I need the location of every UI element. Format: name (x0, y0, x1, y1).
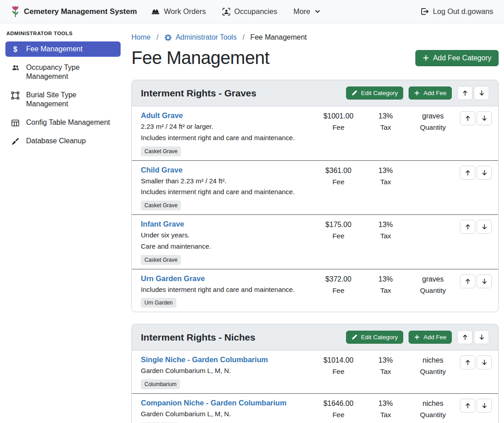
add-fee-button[interactable]: Add Fee (409, 86, 452, 100)
fee-quantity: niches (408, 356, 458, 364)
fee-tax-column: 13% Tax (363, 220, 408, 240)
fee-tax-label: Tax (363, 123, 408, 132)
plus-icon (414, 334, 420, 340)
fee-amount-column: $175.00 Fee (314, 220, 363, 240)
logout-link[interactable]: Log Out d.gowans (420, 7, 493, 16)
edit-category-button[interactable]: Edit Category (346, 331, 403, 344)
fee-quantity-column: niches Quantity (408, 355, 458, 376)
fee-description: Under six years. (141, 231, 310, 240)
arrow-down-icon (481, 359, 488, 366)
move-fee-up-button[interactable] (460, 166, 475, 180)
fee-amount: $1001.00 (314, 112, 363, 120)
sidebar-item-config-table-management[interactable]: Config Table Management (5, 115, 121, 130)
move-fee-up-button[interactable] (460, 355, 475, 369)
svg-text:$: $ (14, 45, 18, 53)
fee-description-2: Includes interment right and care and ma… (141, 134, 310, 142)
move-fee-down-button[interactable] (477, 111, 492, 125)
fee-amount-label: Fee (314, 287, 363, 295)
fee-row: Infant Grave Under six years. Care and m… (132, 214, 498, 269)
top-navbar: Cemetery Management System Work Orders (0, 0, 504, 23)
add-fee-category-button[interactable]: Add Fee Category (415, 50, 499, 66)
fee-description: Garden Columbarium L, M, N. (141, 410, 310, 418)
fee-description-2: Care and maintenance. (141, 242, 310, 251)
page-layout: ADMINISTRATOR TOOLS $ Fee Management O (0, 23, 504, 423)
sidebar-item-burial-site-type-management[interactable]: Burial Site Type Management (5, 87, 121, 112)
nav-occupancies[interactable]: Occupancies (222, 7, 277, 16)
fee-quantity-label: Quantity (408, 411, 458, 419)
category-reorder-controls (457, 330, 489, 344)
fee-name-link[interactable]: Urn Garden Grave (141, 274, 205, 283)
fee-info: Single Niche - Garden Columbarium Garden… (141, 355, 314, 389)
breadcrumb-admin-tools-link[interactable]: Administrator Tools (164, 33, 237, 41)
fee-name-link[interactable]: Infant Grave (141, 220, 184, 228)
fee-name-link[interactable]: Single Niche - Garden Columbarium (141, 355, 268, 364)
breadcrumb-admin-tools-label: Administrator Tools (176, 33, 237, 41)
category-actions: Edit Category Add Fee (346, 330, 489, 344)
fee-amount: $1014.00 (314, 356, 363, 364)
move-category-down-button[interactable] (474, 86, 489, 100)
arrow-down-icon (481, 223, 488, 230)
fee-description: Garden Columbarium L, M, N. (141, 367, 310, 375)
sidebar-item-database-cleanup[interactable]: Database Cleanup (5, 133, 121, 149)
arrow-down-icon (478, 334, 485, 341)
fee-amount-label: Fee (314, 123, 363, 132)
move-category-down-button[interactable] (474, 330, 489, 344)
move-fee-down-button[interactable] (477, 399, 492, 413)
move-fee-down-button[interactable] (477, 355, 492, 369)
move-fee-down-button[interactable] (477, 220, 492, 234)
move-fee-up-button[interactable] (460, 220, 475, 234)
fee-quantity-column: graves Quantity (408, 111, 458, 132)
breadcrumb-current: Fee Management (250, 33, 306, 41)
hard-hat-icon (151, 7, 160, 16)
sidebar-item-label: Config Table Management (26, 118, 110, 127)
fee-tax: 13% (363, 400, 408, 408)
arrow-down-icon (481, 402, 488, 409)
fee-type-badge: Casket Grave (141, 146, 181, 156)
breadcrumb-home-link[interactable]: Home (131, 33, 151, 41)
move-category-up-button[interactable] (457, 86, 472, 100)
edit-category-label: Edit Category (361, 334, 398, 341)
fee-amount-column: $1001.00 Fee (314, 111, 363, 132)
nav-work-orders[interactable]: Work Orders (151, 7, 206, 16)
vector-square-icon (11, 91, 20, 100)
fee-name-link[interactable]: Companion Niche - Garden Columbarium (141, 399, 287, 407)
move-fee-up-button[interactable] (460, 274, 475, 288)
person-bounding-box-icon (222, 8, 230, 16)
move-category-up-button[interactable] (457, 330, 472, 344)
fee-reorder-controls (458, 355, 492, 369)
fee-tax-label: Tax (363, 411, 408, 419)
nav-more[interactable]: More (293, 7, 320, 16)
move-fee-down-button[interactable] (477, 274, 492, 288)
arrow-down-icon (481, 278, 488, 285)
sidebar-item-label: Database Cleanup (26, 136, 86, 146)
sidebar-item-fee-management[interactable]: $ Fee Management (5, 41, 121, 57)
fee-amount: $361.00 (314, 167, 363, 175)
fee-list: Adult Grave 2.23 m² / 24 ft² or larger. … (132, 106, 498, 312)
fee-tax-label: Tax (363, 368, 408, 376)
category-header: Interment Rights - Niches Edit Category … (132, 324, 498, 350)
fee-description: Includes interment right and care and ma… (141, 286, 310, 294)
sidebar-nav: $ Fee Management Occupancy Type Manageme… (5, 41, 121, 149)
arrow-down-icon (481, 169, 488, 176)
move-fee-down-button[interactable] (477, 166, 492, 180)
sidebar: ADMINISTRATOR TOOLS $ Fee Management O (0, 23, 126, 423)
fee-tax-column: 13% Tax (363, 399, 408, 419)
fee-name-link[interactable]: Child Grave (141, 166, 183, 174)
fee-tax: 13% (363, 112, 408, 120)
add-fee-button[interactable]: Add Fee (409, 331, 452, 344)
fee-amount: $372.00 (314, 275, 363, 283)
fee-description: 2.23 m² / 24 ft² or larger. (141, 123, 310, 131)
fee-row: Child Grave Smaller than 2.23 m² / 24 ft… (132, 160, 498, 215)
move-fee-up-button[interactable] (460, 111, 475, 125)
fee-name-link[interactable]: Adult Grave (141, 111, 183, 120)
breadcrumb-separator: / (157, 33, 158, 41)
app-brand[interactable]: Cemetery Management System (11, 5, 137, 18)
sidebar-item-occupancy-type-management[interactable]: Occupancy Type Management (5, 60, 121, 84)
fee-amount: $1646.00 (314, 400, 363, 408)
fee-tax-column: 13% Tax (363, 111, 408, 132)
nav-occupancies-label: Occupancies (234, 7, 277, 16)
logout-icon (420, 7, 429, 16)
move-fee-up-button[interactable] (460, 399, 475, 413)
fee-badge-wrap: Columbarium (141, 418, 310, 423)
edit-category-button[interactable]: Edit Category (346, 86, 403, 100)
